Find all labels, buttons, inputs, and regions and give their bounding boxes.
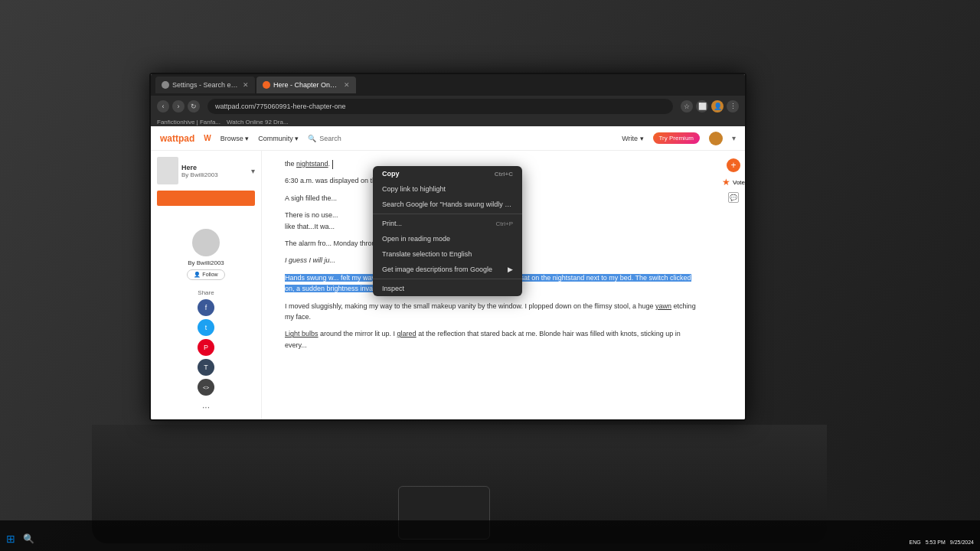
context-menu: Copy Ctrl+C Copy link to highlight Searc… <box>373 166 522 296</box>
browser-bookmarks-bar: Fanfictionhive | Fanfa... Watch Online 9… <box>151 117 745 126</box>
story-name: Here <box>181 164 248 171</box>
embed-share-button[interactable]: <> <box>198 379 214 396</box>
content-sluggish: I moved sluggishly, making my way to the… <box>285 301 699 323</box>
system-date: 9/25/2024 <box>950 540 974 545</box>
system-time: 5:53 PM <box>926 540 946 545</box>
windows-start-button[interactable]: ⊞ <box>6 533 15 545</box>
tab-settings-icon <box>162 81 169 89</box>
search-label: Search <box>319 135 341 142</box>
vote-label[interactable]: Vote <box>733 179 745 186</box>
refresh-button[interactable]: ↻ <box>188 100 200 112</box>
facebook-share-button[interactable]: f <box>198 299 214 316</box>
context-menu-divider-2 <box>373 279 522 279</box>
tab-settings[interactable]: Settings - Search engine ✕ <box>155 77 255 93</box>
tab-wattpad-label: Here - Chapter One - Wattpad <box>273 81 341 89</box>
browser-tabs: Settings - Search engine ✕ Here - Chapte… <box>151 74 745 96</box>
context-menu-search-google[interactable]: Search Google for "Hands swung wildly in… <box>373 197 522 212</box>
follow-icon: 👤 <box>194 272 201 277</box>
extensions-button[interactable]: ⬜ <box>696 100 708 112</box>
context-copy-highlight-label: Copy link to highlight <box>382 185 446 193</box>
story-thumbnail <box>157 157 178 184</box>
star-icon[interactable]: ★ <box>722 177 730 187</box>
context-translate-label: Translate selection to English <box>382 250 472 258</box>
tab-settings-close[interactable]: ✕ <box>243 81 249 89</box>
context-menu-image-desc[interactable]: Get image descriptions from Google ▶ <box>373 262 522 277</box>
content-light: Light bulbs around the mirror lit up. I … <box>285 328 699 350</box>
story-title-area: Here By Bwilli2003 ▾ <box>157 157 255 184</box>
wattpad-header: wattpad W Browse ▾ Community ▾ 🔍 Search … <box>151 126 745 151</box>
vote-area: ★ Vote <box>722 177 745 187</box>
taskbar-start: ⊞ 🔍 <box>6 533 34 545</box>
browser-controls: ‹ › ↻ wattpad.com/775060991-here-chapter… <box>151 96 745 117</box>
search-bar[interactable]: 🔍 Search <box>308 135 341 142</box>
comment-button[interactable]: 💬 <box>728 192 739 203</box>
tab-wattpad-icon <box>263 81 270 89</box>
story-author-sidebar: By Bwilli2003 <box>181 171 248 178</box>
tab-wattpad[interactable]: Here - Chapter One - Wattpad ✕ <box>256 77 356 93</box>
context-menu-inspect[interactable]: Inspect <box>373 281 522 296</box>
laptop-screen: Settings - Search engine ✕ Here - Chapte… <box>149 73 746 421</box>
share-label: Share <box>157 289 255 296</box>
back-button[interactable]: ‹ <box>157 100 169 112</box>
nav-browse[interactable]: Browse ▾ <box>220 135 250 142</box>
context-image-arrow: ▶ <box>508 266 513 273</box>
text-cursor <box>332 160 333 169</box>
search-icon: 🔍 <box>308 135 316 142</box>
address-text: wattpad.com/775060991-here-chapter-one <box>215 103 346 110</box>
bookmark-button[interactable]: ☆ <box>681 100 693 112</box>
context-inspect-label: Inspect <box>382 285 404 292</box>
address-bar[interactable]: wattpad.com/775060991-here-chapter-one <box>207 99 673 114</box>
user-avatar[interactable] <box>709 132 723 145</box>
more-share-button[interactable]: ··· <box>198 399 214 416</box>
context-menu-copy[interactable]: Copy Ctrl+C <box>373 166 522 181</box>
context-menu-copy-highlight[interactable]: Copy link to highlight <box>373 181 522 197</box>
context-search-label: Search Google for "Hands swung wildly in… <box>382 201 513 208</box>
author-area: By Bwilli2003 👤 Follow <box>157 229 255 280</box>
context-print-label: Print... <box>382 220 402 227</box>
tab-wattpad-close[interactable]: ✕ <box>344 81 350 89</box>
context-copy-label: Copy <box>382 170 400 178</box>
context-reading-label: Open in reading mode <box>382 235 450 243</box>
premium-button[interactable]: Try Premium <box>653 132 700 144</box>
context-copy-shortcut: Ctrl+C <box>495 171 513 178</box>
bookmark-2[interactable]: Watch Online 92 Dra... <box>227 119 289 126</box>
context-menu-divider-1 <box>373 214 522 214</box>
taskbar-search-button[interactable]: 🔍 <box>23 533 34 544</box>
context-print-shortcut: Ctrl+P <box>496 220 513 227</box>
forward-button[interactable]: › <box>172 100 185 112</box>
author-name: By Bwilli2003 <box>188 259 224 266</box>
taskbar: ⊞ 🔍 ENG 5:53 PM 9/25/2024 <box>0 520 980 551</box>
context-menu-print[interactable]: Print... Ctrl+P <box>373 216 522 231</box>
system-tray: ENG 5:53 PM 9/25/2024 <box>910 540 974 545</box>
follow-button[interactable]: 👤 Follow <box>187 269 224 280</box>
tab-settings-label: Settings - Search engine <box>172 81 240 89</box>
add-to-library-button[interactable]: + <box>727 158 740 172</box>
context-menu-translate[interactable]: Translate selection to English <box>373 246 522 262</box>
wattpad-logo: wattpad <box>160 133 194 144</box>
sidebar: Here By Bwilli2003 ▾ By Bwilli2003 👤 Fol… <box>151 151 262 419</box>
menu-button[interactable]: ⋮ <box>727 100 739 112</box>
wattpad-logo-w: W <box>204 134 211 142</box>
bookmark-1[interactable]: Fanfictionhive | Fanfa... <box>157 119 220 126</box>
tumblr-share-button[interactable]: T <box>198 359 214 376</box>
twitter-share-button[interactable]: t <box>198 319 214 336</box>
browser-chrome: Settings - Search engine ✕ Here - Chapte… <box>151 74 745 126</box>
context-image-label: Get image descriptions from Google <box>382 266 492 273</box>
profile-button[interactable]: 👤 <box>711 100 724 112</box>
write-button[interactable]: Write ▾ <box>622 135 643 142</box>
context-menu-reading-mode[interactable]: Open in reading mode <box>373 231 522 246</box>
right-actions: + ★ Vote 💬 <box>722 151 745 419</box>
nav-community[interactable]: Community ▾ <box>258 135 299 142</box>
social-icons: f t P T <> ··· <box>157 299 255 416</box>
author-avatar <box>192 229 220 256</box>
pinterest-share-button[interactable]: P <box>198 339 214 356</box>
follow-label: Follow <box>202 272 217 277</box>
more-options[interactable]: ▾ <box>732 134 736 142</box>
system-lang: ENG <box>910 540 921 545</box>
chapter-dropdown[interactable] <box>157 191 255 206</box>
story-meta: Here By Bwilli2003 <box>181 164 248 178</box>
chapter-dropdown-arrow[interactable]: ▾ <box>251 167 255 175</box>
